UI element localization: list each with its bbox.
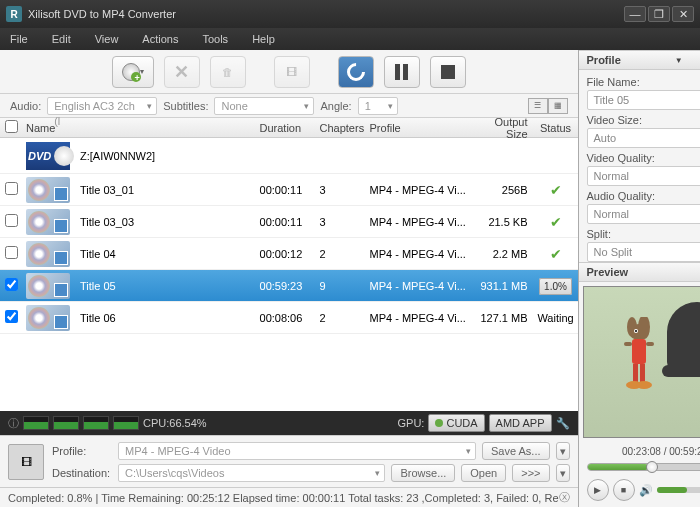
profile-panel-header[interactable]: Profile▼ ▶ bbox=[579, 50, 700, 70]
trash-icon: 🗑 bbox=[222, 66, 233, 78]
videosize-select[interactable]: Auto bbox=[587, 128, 700, 148]
audio-label: Audio: bbox=[10, 100, 41, 112]
settings-icon[interactable]: 🔧 bbox=[556, 417, 570, 430]
angle-label: Angle: bbox=[320, 100, 351, 112]
row-checkbox[interactable] bbox=[5, 214, 18, 227]
menu-view[interactable]: View bbox=[95, 33, 119, 45]
stop-icon bbox=[441, 65, 455, 79]
table-row[interactable]: Title 03_0100:00:113MP4 - MPEG-4 Vi...25… bbox=[0, 174, 578, 206]
volume-slider[interactable] bbox=[657, 487, 700, 493]
profile-menu-button[interactable]: ▾ bbox=[556, 442, 570, 460]
cell-output: 931.1 MB bbox=[474, 280, 534, 292]
add-disc-button[interactable]: ▾ bbox=[112, 56, 154, 88]
delete-button[interactable]: ✕ bbox=[164, 56, 200, 88]
info-icon[interactable]: ⓘ bbox=[8, 416, 19, 431]
open-button[interactable]: Open bbox=[461, 464, 506, 482]
dvd-thumbnail: DVD bbox=[26, 142, 70, 170]
title-name: Title 05 bbox=[70, 280, 260, 292]
angle-select[interactable]: 1 bbox=[358, 97, 398, 115]
close-button[interactable]: ✕ bbox=[672, 6, 694, 22]
dvd-root-row[interactable]: DVD Z:[AIW0NNW2] bbox=[0, 138, 578, 174]
table-row[interactable]: Title 0600:08:062MP4 - MPEG-4 Vi...127.1… bbox=[0, 302, 578, 334]
view-grid-button[interactable]: ▦ bbox=[548, 98, 568, 114]
videoquality-select[interactable]: Normal bbox=[587, 166, 700, 186]
skip-button[interactable]: >>> bbox=[512, 464, 549, 482]
film-strip-icon: 🎞 bbox=[286, 66, 297, 78]
seek-bar[interactable] bbox=[587, 463, 700, 471]
play-button[interactable]: ▶ bbox=[587, 479, 609, 501]
row-checkbox[interactable] bbox=[5, 182, 18, 195]
playback-controls: ▶ ■ 🔊 📷 ⛶ bbox=[579, 473, 700, 507]
view-list-button[interactable]: ☰ bbox=[528, 98, 548, 114]
menu-actions[interactable]: Actions bbox=[142, 33, 178, 45]
profile-destination-row: 🎞 Profile: MP4 - MPEG-4 Video Save As...… bbox=[0, 435, 578, 487]
cell-chapters: 3 bbox=[320, 216, 370, 228]
filename-label: File Name: bbox=[587, 76, 700, 88]
destination-field[interactable]: C:\Users\cqs\Videos bbox=[118, 464, 385, 482]
cell-profile: MP4 - MPEG-4 Vi... bbox=[370, 280, 474, 292]
convert-button[interactable] bbox=[338, 56, 374, 88]
header-chapters[interactable]: Chapters bbox=[320, 122, 370, 134]
row-checkbox[interactable] bbox=[5, 246, 18, 259]
select-all-checkbox[interactable] bbox=[5, 120, 18, 133]
row-checkbox[interactable] bbox=[5, 278, 18, 291]
cell-profile: MP4 - MPEG-4 Vi... bbox=[370, 216, 474, 228]
preview-panel-header[interactable]: Preview ▶ bbox=[579, 262, 700, 282]
title-name: Title 03_03 bbox=[70, 216, 260, 228]
menu-edit[interactable]: Edit bbox=[52, 33, 71, 45]
maximize-button[interactable]: ❐ bbox=[648, 6, 670, 22]
header-profile[interactable]: Profile bbox=[370, 122, 474, 134]
save-as-button[interactable]: Save As... bbox=[482, 442, 550, 460]
svg-rect-6 bbox=[624, 342, 632, 346]
split-select[interactable]: No Split bbox=[587, 242, 700, 262]
volume-icon[interactable]: 🔊 bbox=[639, 484, 653, 497]
cuda-button[interactable]: CUDA bbox=[428, 414, 484, 432]
row-checkbox[interactable] bbox=[5, 310, 18, 323]
video-preview[interactable] bbox=[583, 286, 700, 438]
cell-duration: 00:08:06 bbox=[260, 312, 320, 324]
cell-profile: MP4 - MPEG-4 Vi... bbox=[370, 248, 474, 260]
subtitles-select[interactable]: None bbox=[214, 97, 314, 115]
dvd-thumb-text: DVD bbox=[28, 150, 51, 162]
title-bar: R Xilisoft DVD to MP4 Converter — ❐ ✕ bbox=[0, 0, 700, 28]
clip-button[interactable]: 🎞 bbox=[274, 56, 310, 88]
status-clear-icon[interactable]: ⓧ bbox=[559, 490, 570, 505]
browse-button[interactable]: Browse... bbox=[391, 464, 455, 482]
header-output[interactable]: Output Size bbox=[474, 116, 534, 140]
cpu-core-meter bbox=[113, 416, 139, 430]
stop-button[interactable] bbox=[430, 56, 466, 88]
seek-thumb[interactable] bbox=[646, 461, 658, 473]
cell-profile: MP4 - MPEG-4 Vi... bbox=[370, 184, 474, 196]
header-duration[interactable]: Duration bbox=[260, 122, 320, 134]
audio-select[interactable]: English AC3 2ch (l bbox=[47, 97, 157, 115]
cell-chapters: 9 bbox=[320, 280, 370, 292]
subtitles-label: Subtitles: bbox=[163, 100, 208, 112]
audioquality-select[interactable]: Normal bbox=[587, 204, 700, 224]
svg-point-4 bbox=[635, 330, 637, 332]
menu-help[interactable]: Help bbox=[252, 33, 275, 45]
main-toolbar: ▾ ✕ 🗑 🎞 bbox=[0, 50, 578, 94]
table-header: Name Duration Chapters Profile Output Si… bbox=[0, 118, 578, 138]
pause-button[interactable] bbox=[384, 56, 420, 88]
check-icon: ✔ bbox=[550, 182, 562, 198]
filename-field[interactable]: Title 05 bbox=[587, 90, 700, 110]
preview-timecode: 00:23:08 / 00:59:23 bbox=[579, 442, 700, 461]
clear-button[interactable]: 🗑 bbox=[210, 56, 246, 88]
menu-file[interactable]: File bbox=[10, 33, 28, 45]
profile-select[interactable]: MP4 - MPEG-4 Video bbox=[118, 442, 476, 460]
delete-icon: ✕ bbox=[174, 61, 189, 83]
table-row[interactable]: Title 03_0300:00:113MP4 - MPEG-4 Vi...21… bbox=[0, 206, 578, 238]
dest-menu-button[interactable]: ▾ bbox=[556, 464, 570, 482]
menu-tools[interactable]: Tools bbox=[202, 33, 228, 45]
svg-point-11 bbox=[636, 381, 652, 389]
table-row[interactable]: Title 0400:00:122MP4 - MPEG-4 Vi...2.2 M… bbox=[0, 238, 578, 270]
split-label: Split: bbox=[587, 228, 700, 240]
cartoon-character bbox=[614, 317, 664, 397]
minimize-button[interactable]: — bbox=[624, 6, 646, 22]
stop-preview-button[interactable]: ■ bbox=[613, 479, 635, 501]
videoquality-label: Video Quality: bbox=[587, 152, 700, 164]
table-row[interactable]: Title 0500:59:239MP4 - MPEG-4 Vi...931.1… bbox=[0, 270, 578, 302]
videosize-label: Video Size: bbox=[587, 114, 700, 126]
amd-button[interactable]: AMD APP bbox=[489, 414, 552, 432]
header-status[interactable]: Status bbox=[534, 122, 578, 134]
